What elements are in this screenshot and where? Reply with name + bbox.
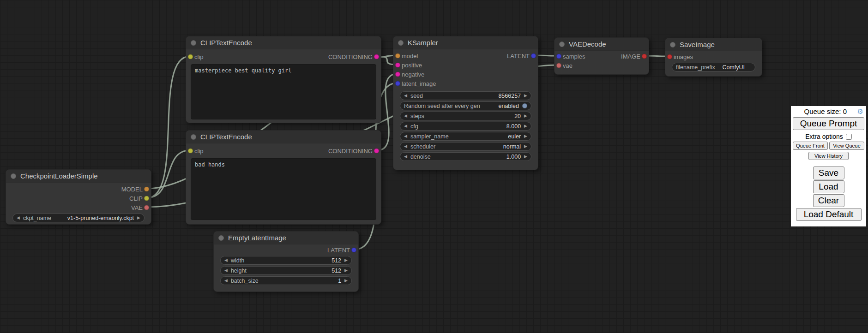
widget-label: steps — [410, 113, 424, 119]
load-button[interactable]: Load — [813, 180, 844, 193]
arrow-right-icon[interactable] — [524, 155, 527, 159]
widget-denoise[interactable]: denoise 1.000 — [400, 152, 531, 161]
widget-steps[interactable]: steps 20 — [400, 112, 531, 120]
output-dot-conditioning[interactable] — [374, 149, 379, 154]
negative-prompt-textarea[interactable]: bad hands — [191, 158, 376, 220]
clear-button[interactable]: Clear — [813, 194, 844, 207]
arrow-right-icon[interactable] — [137, 216, 140, 220]
arrow-right-icon[interactable] — [524, 124, 527, 128]
collapse-dot-icon[interactable] — [559, 42, 565, 47]
node-title-bar[interactable]: VAEDecode — [555, 38, 649, 51]
output-dot-clip[interactable] — [144, 196, 149, 201]
widget-seed[interactable]: seed 8566257 — [400, 91, 531, 100]
widget-random-seed-toggle[interactable]: Random seed after every gen enabled — [400, 101, 531, 110]
arrow-left-icon[interactable] — [224, 268, 228, 273]
collapse-dot-icon[interactable] — [11, 173, 16, 179]
positive-prompt-textarea[interactable]: masterpiece best quality girl — [191, 64, 376, 119]
save-button[interactable]: Save — [813, 166, 844, 179]
node-title-bar[interactable]: KSampler — [393, 36, 538, 49]
widget-value: 20 — [514, 113, 521, 119]
input-dot-images[interactable] — [667, 54, 672, 59]
input-dot-samples[interactable] — [556, 54, 561, 59]
arrow-left-icon[interactable] — [404, 155, 407, 159]
input-dot-negative[interactable] — [395, 72, 400, 77]
output-dot-conditioning[interactable] — [374, 54, 379, 59]
arrow-left-icon[interactable] — [404, 124, 407, 128]
queue-prompt-button[interactable]: Queue Prompt — [793, 117, 864, 130]
graph-canvas[interactable]: { "colors": { "model": "#c8883a", "clip"… — [0, 0, 868, 333]
output-dot-vae[interactable] — [144, 205, 149, 210]
widget-height[interactable]: height 512 — [220, 266, 352, 275]
arrow-right-icon[interactable] — [524, 134, 527, 138]
node-title: EmptyLatentImage — [228, 234, 286, 242]
widget-value: 512 — [332, 268, 341, 274]
output-dot-model[interactable] — [144, 187, 149, 192]
widget-batch-size[interactable]: batch_size 1 — [220, 276, 352, 285]
input-row-negative: negative — [393, 70, 538, 79]
node-save-image[interactable]: SaveImage images filename_prefix ComfyUI — [665, 38, 762, 77]
widget-cfg[interactable]: cfg 8.000 — [400, 122, 531, 131]
node-ksampler[interactable]: KSampler model LATENT positive negative … — [393, 36, 538, 170]
input-row-positive: positive — [393, 60, 538, 70]
arrow-left-icon[interactable] — [404, 94, 407, 98]
view-queue-button[interactable]: View Queue — [829, 142, 864, 150]
arrow-left-icon[interactable] — [404, 114, 407, 118]
load-default-button[interactable]: Load Default — [796, 208, 862, 221]
widget-value: enabled — [499, 103, 519, 109]
widget-label: denoise — [410, 154, 431, 160]
arrow-left-icon[interactable] — [224, 258, 228, 262]
node-title-bar[interactable]: EmptyLatentImage — [214, 232, 358, 244]
input-dot-vae[interactable] — [556, 63, 561, 68]
widget-scheduler[interactable]: scheduler normal — [400, 142, 531, 151]
output-dot-latent[interactable] — [351, 248, 356, 253]
collapse-dot-icon[interactable] — [218, 235, 224, 241]
node-empty-latent-image[interactable]: EmptyLatentImage LATENT width 512 height… — [213, 231, 359, 292]
collapse-dot-icon[interactable] — [191, 134, 196, 140]
arrow-left-icon[interactable] — [224, 279, 228, 283]
arrow-right-icon[interactable] — [344, 258, 348, 262]
output-label-conditioning: CONDITIONING — [328, 54, 373, 60]
queue-buttons-row: Queue Front View Queue — [793, 142, 864, 150]
output-row-model: MODEL — [6, 184, 151, 194]
arrow-right-icon[interactable] — [524, 114, 527, 118]
settings-gear-icon[interactable]: ⚙ — [857, 108, 863, 115]
widget-ckpt-name[interactable]: ckpt_name v1-5-pruned-emaonly.ckpt — [12, 214, 145, 222]
node-title-bar[interactable]: CLIPTextEncode — [186, 131, 381, 143]
queue-size-row: Queue size: 0 ⚙ — [793, 107, 864, 116]
output-label-vae: VAE — [131, 204, 143, 211]
arrow-left-icon[interactable] — [17, 216, 20, 220]
node-title-bar[interactable]: CLIPTextEncode — [186, 36, 381, 49]
node-clip-text-encode-negative[interactable]: CLIPTextEncode clip CONDITIONING bad han… — [186, 130, 381, 225]
collapse-dot-icon[interactable] — [670, 42, 675, 48]
input-dot-clip[interactable] — [188, 149, 193, 154]
input-dot-model[interactable] — [395, 54, 400, 59]
queue-front-button[interactable]: Queue Front — [793, 142, 828, 150]
arrow-right-icon[interactable] — [524, 94, 527, 98]
arrow-left-icon[interactable] — [404, 134, 407, 138]
node-vae-decode[interactable]: VAEDecode samples IMAGE vae — [554, 37, 649, 75]
arrow-left-icon[interactable] — [404, 144, 407, 149]
node-title-bar[interactable]: SaveImage — [665, 38, 762, 51]
extra-options-checkbox[interactable] — [846, 134, 852, 140]
widget-label: height — [231, 268, 247, 274]
widget-sampler-name[interactable]: sampler_name euler — [400, 132, 531, 141]
node-title-bar[interactable]: CheckpointLoaderSimple — [6, 170, 151, 183]
input-dot-clip[interactable] — [188, 54, 193, 59]
output-dot-latent[interactable] — [531, 54, 536, 59]
input-dot-positive[interactable] — [395, 63, 400, 68]
node-checkpoint-loader-simple[interactable]: CheckpointLoaderSimple MODEL CLIP VAE ck… — [6, 169, 151, 225]
toggle-dot-icon[interactable] — [522, 103, 527, 108]
arrow-right-icon[interactable] — [524, 144, 527, 149]
output-label-image: IMAGE — [621, 53, 640, 60]
widget-width[interactable]: width 512 — [220, 256, 352, 265]
widget-filename-prefix[interactable]: filename_prefix ComfyUI — [672, 63, 755, 71]
node-clip-text-encode-positive[interactable]: CLIPTextEncode clip CONDITIONING masterp… — [186, 36, 381, 123]
collapse-dot-icon[interactable] — [191, 40, 196, 46]
input-label-latent-image: latent_image — [402, 80, 436, 87]
arrow-right-icon[interactable] — [344, 268, 348, 273]
view-history-button[interactable]: View History — [808, 152, 849, 160]
collapse-dot-icon[interactable] — [398, 40, 404, 46]
output-dot-image[interactable] — [642, 54, 647, 59]
input-dot-latent-image[interactable] — [395, 81, 400, 86]
arrow-right-icon[interactable] — [344, 279, 348, 283]
